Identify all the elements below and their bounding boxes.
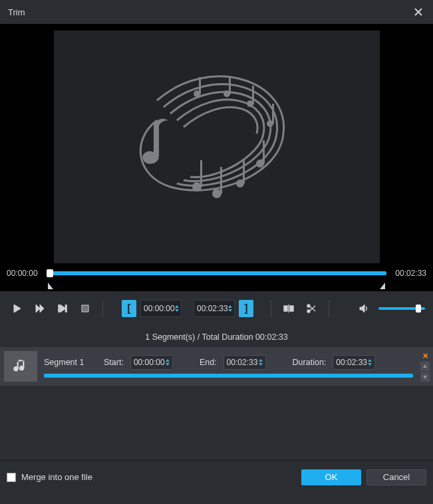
timeline-start-time: 00:00:00 — [7, 269, 43, 278]
segment-end-label: End: — [200, 358, 217, 367]
merge-label: Merge into one file — [21, 472, 92, 482]
start-time-value: 00:00:00 — [144, 304, 175, 313]
segment-name: Segment 1 — [44, 358, 97, 367]
close-icon — [414, 8, 422, 16]
play-button[interactable] — [8, 299, 27, 318]
music-artwork-icon — [117, 61, 317, 233]
segment-delete-button[interactable]: ✕ — [420, 351, 430, 360]
segment-side-buttons: ✕ — [420, 351, 430, 382]
next-frame-icon — [35, 303, 45, 314]
svg-rect-5 — [220, 167, 222, 193]
divider — [271, 300, 271, 317]
svg-point-2 — [192, 182, 202, 191]
step-end-button[interactable] — [53, 299, 72, 318]
svg-point-29 — [307, 310, 310, 313]
svg-marker-19 — [36, 305, 40, 313]
segment-duration-up[interactable] — [368, 359, 372, 362]
stop-icon — [80, 303, 90, 314]
timeline-playhead[interactable] — [47, 269, 53, 277]
music-note-icon — [12, 358, 29, 375]
segment-start-value: 00:00:00 — [134, 358, 165, 367]
cancel-button[interactable]: Cancel — [366, 469, 426, 485]
svg-rect-15 — [229, 77, 231, 94]
set-start-bracket-button[interactable]: [ — [122, 300, 136, 317]
segment-start-input[interactable]: 00:00:00 — [130, 355, 173, 370]
volume-knob[interactable] — [416, 305, 421, 313]
svg-rect-13 — [252, 86, 254, 104]
svg-rect-17 — [199, 77, 201, 94]
segment-end-input[interactable]: 00:02:33 — [223, 355, 266, 370]
merge-checkbox[interactable] — [7, 473, 16, 482]
segment-duration-value: 00:02:33 — [336, 358, 367, 367]
svg-marker-20 — [40, 305, 44, 313]
segment-end-value: 00:02:33 — [227, 358, 258, 367]
divider — [102, 300, 103, 317]
svg-line-30 — [310, 307, 315, 311]
window-title: Trim — [8, 7, 25, 17]
segment-duration-input[interactable]: 00:02:33 — [333, 355, 375, 370]
cut-button[interactable] — [302, 299, 321, 318]
playback-controls: [ 00:00:00 00:02:33 ] — [0, 291, 433, 326]
svg-rect-9 — [263, 140, 265, 164]
timeline-end-time: 00:02:33 — [390, 269, 426, 278]
svg-rect-26 — [290, 306, 293, 311]
segment-range-bar[interactable] — [44, 374, 413, 378]
segment-duration-label: Duration: — [293, 358, 327, 367]
next-frame-button[interactable] — [31, 299, 49, 318]
segment-body: Segment 1 Start: 00:00:00 End: 00:02:33 … — [44, 355, 413, 378]
start-time-down[interactable] — [175, 309, 179, 312]
svg-marker-34 — [423, 376, 427, 379]
svg-rect-25 — [284, 306, 287, 311]
segment-start-down[interactable] — [166, 363, 170, 366]
split-icon — [283, 303, 294, 314]
start-time-up[interactable] — [175, 305, 179, 308]
timeline: 00:00:00 00:02:33 — [0, 263, 433, 281]
trim-handle-right[interactable] — [380, 282, 385, 291]
segment-start-label: Start: — [104, 358, 124, 367]
segment-row[interactable]: Segment 1 Start: 00:00:00 End: 00:02:33 … — [0, 347, 433, 386]
preview-area: 00:00:00 00:02:33 — [0, 24, 433, 291]
svg-rect-24 — [82, 305, 88, 312]
scissors-icon — [306, 303, 317, 314]
timeline-track[interactable] — [47, 271, 386, 275]
split-button[interactable] — [279, 299, 298, 318]
end-time-up[interactable] — [228, 305, 232, 308]
bracket-left-icon: [ — [127, 303, 130, 315]
segment-duration-down[interactable] — [368, 363, 372, 366]
footer: Merge into one file OK Cancel — [0, 460, 433, 493]
divider — [329, 300, 329, 317]
play-icon — [12, 303, 23, 314]
end-time-down[interactable] — [228, 309, 232, 312]
mute-button[interactable] — [355, 299, 373, 318]
svg-rect-7 — [243, 160, 245, 184]
svg-rect-3 — [200, 160, 202, 187]
svg-line-31 — [310, 306, 315, 311]
svg-rect-21 — [59, 305, 60, 312]
svg-point-4 — [212, 189, 221, 198]
start-time-input[interactable]: 00:00:00 — [140, 300, 182, 317]
svg-marker-32 — [360, 305, 364, 313]
set-end-bracket-button[interactable]: ] — [239, 300, 253, 317]
trim-handles-row — [0, 281, 433, 291]
chevron-down-icon — [422, 374, 428, 380]
svg-rect-11 — [272, 104, 274, 124]
stop-button[interactable] — [76, 299, 94, 318]
segment-end-down[interactable] — [259, 363, 263, 366]
segment-move-up-button[interactable] — [420, 362, 430, 371]
end-time-value: 00:02:33 — [197, 304, 228, 313]
title-bar: Trim — [0, 0, 433, 24]
svg-marker-22 — [61, 305, 65, 312]
volume-slider[interactable] — [378, 307, 425, 310]
end-time-input[interactable]: 00:02:33 — [194, 300, 235, 317]
trim-handle-left[interactable] — [48, 282, 53, 291]
segment-move-down-button[interactable] — [420, 372, 430, 382]
segment-end-up[interactable] — [259, 359, 263, 362]
segments-empty-area — [0, 386, 433, 460]
svg-marker-33 — [423, 364, 427, 368]
svg-point-28 — [307, 305, 310, 307]
close-button[interactable] — [412, 5, 425, 19]
svg-rect-23 — [66, 305, 67, 312]
segment-thumbnail — [4, 351, 37, 382]
segment-start-up[interactable] — [166, 359, 170, 362]
ok-button[interactable]: OK — [301, 469, 361, 485]
